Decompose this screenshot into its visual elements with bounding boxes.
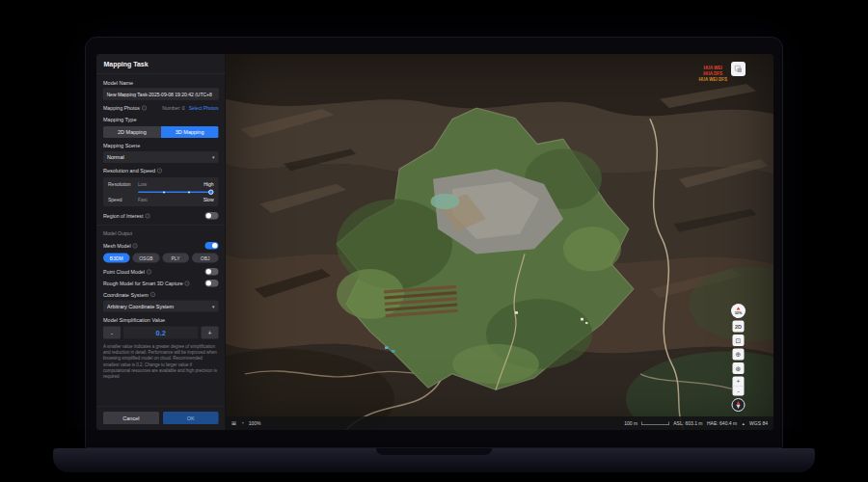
format-obj[interactable]: OBJ: [192, 254, 219, 263]
render-progress-icon: ◔: [241, 420, 245, 427]
mapping-app: Mapping Task Model Name Mapping Photos i…: [96, 54, 773, 430]
recenter-icon: ⊡: [736, 336, 742, 344]
mapping-type-segmented: 2D Mapping 3D Mapping: [103, 126, 219, 138]
resolution-speed-slider[interactable]: [138, 189, 214, 195]
ok-button[interactable]: OK: [163, 412, 219, 424]
region-of-interest-label: Region of Interest i: [103, 213, 149, 219]
recenter-button[interactable]: ⊡: [733, 335, 745, 346]
map-3d-view[interactable]: HUA WEI HUA DFS HUA WEI DFS 32%: [226, 54, 773, 430]
info-icon[interactable]: i: [157, 169, 162, 174]
datum-icon: ▲: [742, 421, 746, 426]
info-icon[interactable]: i: [147, 269, 151, 274]
datum-value: WGS 84: [749, 420, 768, 426]
chevron-down-icon: ▾: [212, 154, 215, 160]
watermark-line: HUA WEI DFS: [698, 76, 727, 82]
model-name-label: Model Name: [103, 80, 219, 86]
photos-count: Number: 0: [162, 105, 184, 111]
cancel-button[interactable]: Cancel: [103, 412, 159, 424]
zoom-control: + -: [733, 377, 745, 396]
gear-icon: ⊛: [736, 364, 742, 372]
zoom-in-button[interactable]: +: [733, 377, 745, 387]
speed-fast: Fast: [138, 197, 148, 202]
map-terrain: [226, 54, 773, 430]
tab-2d-mapping[interactable]: 2D Mapping: [103, 126, 161, 138]
display-settings-button[interactable]: ⊛: [733, 362, 745, 374]
compass-south-needle: [737, 405, 741, 409]
region-of-interest-toggle[interactable]: [205, 212, 219, 220]
speed-name: Speed: [108, 197, 138, 202]
resolution-speed-label: Resolution and Speed i: [103, 168, 219, 174]
mesh-format-pills: B3DM OSGB PLY OBJ: [103, 254, 219, 263]
zoom-out-button[interactable]: -: [733, 387, 745, 396]
mesh-model-toggle[interactable]: [205, 242, 219, 250]
asl-value: ASL: 603.1 m: [673, 420, 702, 426]
performance-value: 32%: [735, 310, 743, 315]
mapping-scene-select[interactable]: Normal ▾: [103, 151, 219, 163]
stage: Mapping Task Model Name Mapping Photos i…: [0, 0, 868, 482]
mapping-photos-label: Mapping Photos i: [103, 105, 147, 111]
info-icon[interactable]: i: [133, 243, 138, 248]
locate-button[interactable]: ⊕: [733, 349, 745, 361]
simplification-stepper: - 0.2 +: [103, 327, 219, 339]
model-output-section-label: Model Output: [103, 230, 219, 236]
scale-bar: [642, 421, 669, 425]
coordinate-system-select[interactable]: Arbitrary Coordinate System ▾: [103, 301, 219, 312]
rough-model-label: Rough Model for Smart 3D Capture i: [103, 281, 190, 286]
tab-3d-mapping[interactable]: 3D Mapping: [161, 126, 219, 138]
map-2d-button[interactable]: 2D: [733, 321, 745, 333]
laptop-screen: Mapping Task Model Name Mapping Photos i…: [96, 54, 773, 430]
point-cloud-label: Point Cloud Model i: [103, 269, 151, 275]
increase-button[interactable]: +: [202, 327, 219, 339]
hae-value: HAE: 640.4 m: [707, 420, 737, 426]
slider-handle[interactable]: [208, 190, 214, 196]
select-photos-link[interactable]: Select Photos: [189, 105, 219, 111]
decrease-button[interactable]: -: [103, 327, 121, 339]
performance-badge[interactable]: 32%: [731, 304, 746, 318]
mapping-scene-label: Mapping Scene: [103, 143, 219, 148]
info-icon[interactable]: i: [150, 292, 155, 297]
mapping-task-panel: Mapping Task Model Name Mapping Photos i…: [96, 54, 226, 430]
scale-label: 100 m: [624, 420, 637, 426]
resolution-low: Low: [138, 181, 147, 187]
locate-icon: ⊕: [736, 351, 742, 359]
chevron-down-icon: ▾: [212, 304, 215, 309]
resolution-high: High: [203, 181, 213, 187]
simplification-value: 0.2: [123, 327, 199, 339]
rough-model-toggle[interactable]: [205, 280, 219, 287]
map-toolbar: 32% 2D ⊡ ⊕ ⊛ +: [731, 304, 746, 412]
format-osgb[interactable]: OSGB: [133, 254, 160, 263]
format-ply[interactable]: PLY: [162, 254, 189, 263]
panel-title: Mapping Task: [96, 54, 226, 74]
map-watermark: HUA WEI HUA DFS HUA WEI DFS: [698, 65, 727, 82]
resolution-name: Resolution: [108, 181, 138, 187]
simplification-label: Model Simplification Value: [103, 317, 219, 323]
model-name-input[interactable]: [103, 89, 219, 100]
mapping-type-label: Mapping Type: [103, 117, 219, 122]
info-icon[interactable]: i: [185, 281, 190, 285]
info-icon[interactable]: i: [145, 213, 149, 218]
info-icon[interactable]: i: [142, 106, 147, 111]
format-b3dm[interactable]: B3DM: [103, 254, 130, 263]
coordinate-system-label: Coordinate System i: [103, 292, 219, 298]
layers-icon: [735, 66, 742, 72]
render-progress-value: 100%: [249, 420, 261, 426]
mesh-model-label: Mesh Model i: [103, 243, 138, 249]
map-status-bar: ⊞ ◔ 100% 100 m ASL: 603.1 m HAE: 640.4 m…: [226, 416, 773, 430]
grid-icon[interactable]: ⊞: [231, 420, 236, 427]
resolution-speed-box: Resolution Low High Spee: [103, 177, 219, 206]
speed-slow: Slow: [203, 197, 214, 202]
panel-body: Model Name Mapping Photos i Number: 0 Se…: [96, 74, 226, 407]
map-mode-button[interactable]: [731, 62, 746, 76]
point-cloud-toggle[interactable]: [205, 268, 219, 276]
laptop-lid: Mapping Task Model Name Mapping Photos i…: [85, 37, 783, 448]
compass[interactable]: [732, 398, 746, 412]
simplification-description: A smaller value indicates a greater degr…: [103, 343, 219, 380]
panel-footer: Cancel OK: [96, 407, 226, 431]
laptop-base: [53, 448, 815, 472]
